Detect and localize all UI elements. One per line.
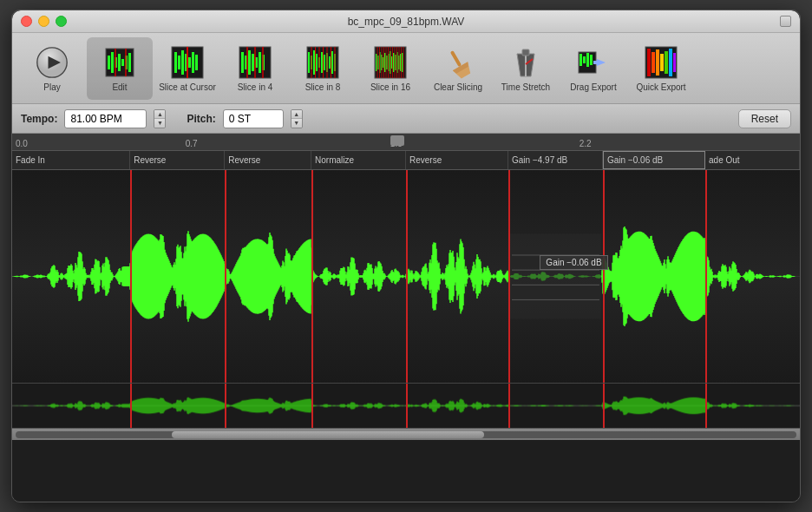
svg-rect-36 <box>316 54 318 71</box>
overview-line-1 <box>225 384 226 428</box>
svg-rect-6 <box>118 54 121 71</box>
svg-rect-38 <box>321 52 323 73</box>
tempo-input[interactable] <box>64 109 147 128</box>
overview-line-5 <box>603 384 605 428</box>
slice-line-4 <box>508 170 510 383</box>
slice-in-8-button[interactable]: Slice in 8 <box>290 37 356 100</box>
slice-at-cursor-button[interactable]: Slice at Cursor <box>154 37 220 100</box>
quick-export-icon <box>643 44 679 81</box>
tempo-up[interactable]: ▲ <box>154 110 165 120</box>
slice-line-1 <box>225 170 226 383</box>
svg-rect-27 <box>259 52 261 73</box>
play-label: Play <box>43 82 60 93</box>
overview-line-6 <box>705 384 707 428</box>
toolbar: Play Edit <box>12 33 800 104</box>
slice-4-icon <box>237 44 273 81</box>
svg-rect-100 <box>665 51 668 74</box>
slice-8-icon <box>304 44 341 81</box>
gain-popup: Gain −0.06 dB <box>540 255 607 270</box>
time-stretch-button[interactable]: Time Stretch <box>493 37 559 100</box>
controls-bar: Tempo: ▲ ▼ Pitch: ▲ ▼ Reset <box>12 104 800 134</box>
timeline-marker-3: 2.2 <box>580 139 592 148</box>
slices-label-bar: Fade In Reverse Reverse Normalize Revers… <box>12 151 800 170</box>
drag-export-icon <box>575 44 612 81</box>
scrollbar-thumb[interactable] <box>172 431 484 438</box>
drag-export-button[interactable]: Drag Export <box>560 37 626 100</box>
quick-export-button[interactable]: Quick Export <box>628 37 694 100</box>
overview-line-4 <box>508 384 510 428</box>
scrollbar-track[interactable] <box>16 431 796 438</box>
close-button[interactable] <box>21 16 32 27</box>
svg-rect-4 <box>111 52 114 73</box>
scrollbar[interactable] <box>12 428 800 440</box>
slice-in-4-button[interactable]: Slice in 4 <box>222 37 288 100</box>
svg-rect-90 <box>583 56 586 63</box>
slice-line-0 <box>130 170 132 383</box>
timeline-ruler: 0.0 0.7 1.5 2.2 <box>12 134 800 151</box>
svg-rect-102 <box>673 53 676 72</box>
svg-rect-17 <box>188 57 191 68</box>
minimize-button[interactable] <box>38 16 49 27</box>
clear-slicing-icon <box>440 44 476 81</box>
slice-label-6: Gain −0.06 dB <box>603 151 705 169</box>
slice-line-6 <box>705 170 707 383</box>
maximize-button[interactable] <box>56 16 67 27</box>
svg-rect-87 <box>522 49 529 56</box>
main-window: bc_mpc_09_81bpm.WAV Play <box>11 10 801 502</box>
clear-slicing-button[interactable]: Clear Slicing <box>425 37 491 100</box>
edit-label: Edit <box>112 82 127 93</box>
slice-line-2 <box>311 170 313 383</box>
svg-rect-14 <box>178 56 180 69</box>
svg-rect-52 <box>376 54 377 71</box>
svg-rect-35 <box>313 50 315 75</box>
svg-rect-42 <box>331 51 333 74</box>
tempo-label: Tempo: <box>21 113 57 125</box>
svg-rect-13 <box>174 52 177 73</box>
svg-rect-91 <box>586 53 589 67</box>
svg-rect-9 <box>128 53 131 72</box>
svg-rect-22 <box>241 52 244 73</box>
svg-rect-15 <box>181 50 184 75</box>
slice-in-16-button[interactable]: Slice in 16 <box>357 37 423 100</box>
waveform-main[interactable]: Gain −0.06 dB <box>12 170 800 383</box>
slice-cursor-icon <box>169 44 206 81</box>
edit-icon <box>102 44 138 81</box>
play-button[interactable]: Play <box>19 37 85 100</box>
pitch-spinner[interactable]: ▲ ▼ <box>291 109 303 128</box>
svg-rect-33 <box>308 52 310 73</box>
slice-label-1: Reverse <box>130 151 225 169</box>
svg-rect-24 <box>248 50 251 75</box>
svg-rect-25 <box>252 54 254 71</box>
zoom-button[interactable] <box>780 16 791 27</box>
waveform-overview <box>12 383 800 428</box>
slice-4-label: Slice in 4 <box>238 82 273 93</box>
pitch-down[interactable]: ▼ <box>291 119 302 128</box>
play-icon <box>34 44 70 81</box>
svg-rect-89 <box>580 54 582 66</box>
slice-label-3: Normalize <box>311 151 406 169</box>
reset-button[interactable]: Reset <box>738 109 791 128</box>
gain-popup-text: Gain −0.06 dB <box>546 258 601 267</box>
svg-rect-62 <box>393 53 395 72</box>
pitch-input[interactable] <box>223 109 284 128</box>
tempo-spinner[interactable]: ▲ ▼ <box>154 109 166 128</box>
svg-rect-94 <box>593 61 600 64</box>
pitch-up[interactable]: ▲ <box>291 110 302 120</box>
svg-rect-81 <box>450 50 462 67</box>
svg-rect-99 <box>660 54 664 71</box>
overview-line-2 <box>311 384 313 428</box>
quick-export-label: Quick Export <box>636 82 685 93</box>
slice-label-2: Reverse <box>225 151 311 169</box>
svg-rect-39 <box>324 55 325 70</box>
slice-label-0: Fade In <box>12 151 130 169</box>
overview-line-3 <box>406 384 408 428</box>
tempo-down[interactable]: ▼ <box>154 119 165 128</box>
svg-rect-92 <box>590 55 593 65</box>
edit-button[interactable]: Edit <box>87 37 153 100</box>
svg-rect-67 <box>402 53 403 72</box>
traffic-lights <box>21 16 67 27</box>
svg-rect-57 <box>384 53 386 72</box>
time-stretch-label: Time Stretch <box>501 82 550 93</box>
playhead <box>390 135 404 146</box>
drag-export-label: Drag Export <box>570 82 616 93</box>
